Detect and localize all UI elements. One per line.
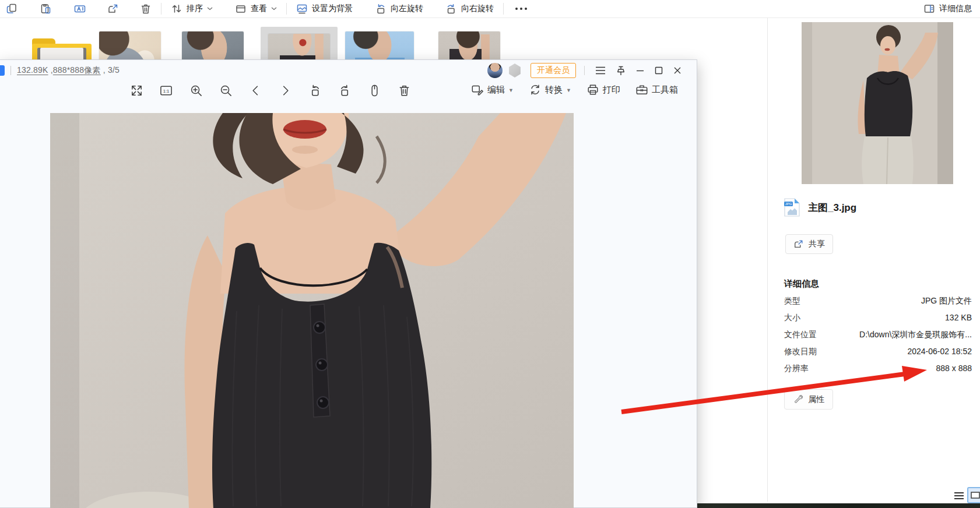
open-vip-button[interactable]: 开通会员: [531, 63, 576, 78]
viewer-titlebar: 132.89K ,888*888像素 , 3/5 开通会员: [0, 60, 697, 81]
convert-button[interactable]: 转换 ▼: [529, 83, 571, 96]
view-button[interactable]: 查看: [231, 1, 280, 16]
share-button[interactable]: 共享: [785, 234, 833, 254]
file-badge-label: JPG: [785, 202, 792, 206]
toolbox-icon: [635, 83, 648, 96]
jpg-file-icon: JPG: [784, 198, 800, 217]
file-name: 主图_3.jpg: [808, 201, 856, 214]
explorer-toolbar: 排序 查看 设置为背景 向左旋转 向右旋转 详细信息: [0, 0, 980, 18]
next-image-button[interactable]: [278, 83, 292, 97]
details-toggle-button[interactable]: 详细信息: [920, 1, 975, 16]
copy-button[interactable]: [2, 1, 21, 16]
caret-down-icon: ▼: [508, 87, 514, 93]
file-size-link[interactable]: 132.89K: [17, 65, 48, 75]
toolbox-button[interactable]: 工具箱: [635, 83, 678, 96]
delete-button[interactable]: [136, 1, 155, 16]
taskbar-strip: [697, 503, 980, 508]
toolbox-label: 工具箱: [652, 84, 678, 96]
detail-label: 大小: [784, 313, 800, 322]
zoom-out-button[interactable]: [219, 83, 233, 97]
close-button[interactable]: [673, 66, 682, 75]
detail-label: 分辨率: [784, 364, 809, 373]
detail-value: 2024-06-02 18:52: [907, 347, 972, 356]
rotate-right-button[interactable]: 向右旋转: [442, 1, 497, 16]
delete-image-button[interactable]: [397, 83, 411, 97]
rename-button[interactable]: [70, 1, 90, 16]
share-icon: [793, 239, 804, 249]
app-logo-icon: [0, 65, 5, 76]
member-badge-icon: [508, 63, 521, 77]
rotate-left-icon: [375, 3, 387, 15]
rotate-left-button[interactable]: 向左旋转: [371, 1, 427, 16]
rotate-right-label: 向右旋转: [461, 3, 494, 14]
share-file-icon: [107, 3, 119, 15]
detail-value: 888 x 888: [936, 364, 972, 373]
minimize-button[interactable]: [636, 66, 644, 75]
chevron-down-icon: [271, 7, 277, 10]
detail-label: 文件位置: [784, 330, 817, 339]
paste-icon: [40, 3, 51, 15]
viewer-toolbar-left: 1:1: [129, 83, 411, 97]
menu-icon[interactable]: [595, 66, 606, 75]
sort-button[interactable]: 排序: [167, 1, 216, 16]
detail-row-type: 类型 JPG 图片文件: [784, 296, 972, 308]
image-info-text: 132.89K ,888*888像素 , 3/5: [17, 65, 120, 76]
caret-down-icon: ▼: [566, 87, 571, 93]
thumbnail-view-toggle[interactable]: [967, 487, 980, 503]
details-section-title: 详细信息: [784, 278, 819, 290]
print-icon: [586, 83, 599, 96]
detail-row-resolution: 分辨率 888 x 888: [784, 364, 972, 375]
detail-row-location: 文件位置 D:\down\深圳市金曼琪服饰有...: [784, 330, 972, 341]
detail-label: 修改日期: [784, 347, 817, 356]
actual-size-label: 1:1: [163, 88, 170, 93]
delete-icon: [140, 3, 152, 15]
user-avatar[interactable]: [487, 63, 503, 78]
fullscreen-button[interactable]: [129, 83, 143, 97]
set-background-button[interactable]: 设置为背景: [293, 1, 356, 16]
rotate-right-button-viewer[interactable]: [338, 83, 352, 97]
set-background-icon: [296, 3, 308, 15]
detail-value: D:\down\深圳市金曼琪服饰有...: [859, 330, 972, 340]
set-background-label: 设置为背景: [312, 3, 353, 14]
mouse-mode-button[interactable]: [367, 83, 381, 97]
preview-image: [802, 22, 953, 184]
toolbar-divider: [503, 3, 504, 15]
dimensions-link[interactable]: 888*888像素: [53, 65, 101, 75]
list-view-toggle[interactable]: [952, 490, 966, 502]
share-file-button[interactable]: [104, 1, 122, 16]
image-viewer-window: 132.89K ,888*888像素 , 3/5 开通会员 1:1: [0, 59, 697, 508]
convert-label: 转换: [545, 84, 563, 96]
edit-label: 编辑: [487, 84, 505, 96]
pin-icon[interactable]: [616, 66, 626, 76]
toolbar-divider: [286, 3, 287, 15]
detail-value: 132 KB: [945, 313, 972, 322]
properties-button[interactable]: 属性: [784, 389, 833, 410]
details-toggle-label: 详细信息: [939, 3, 972, 14]
paste-button[interactable]: [36, 1, 55, 16]
maximize-button[interactable]: [655, 66, 663, 75]
print-button[interactable]: 打印: [586, 83, 620, 96]
print-label: 打印: [603, 84, 620, 96]
view-label: 查看: [251, 3, 267, 14]
chevron-down-icon: [207, 7, 213, 10]
edit-button[interactable]: 编辑 ▼: [471, 83, 514, 96]
rotate-left-label: 向左旋转: [391, 3, 423, 14]
detail-label: 类型: [784, 296, 800, 305]
actual-size-button[interactable]: 1:1: [159, 83, 173, 97]
previous-image-button[interactable]: [248, 83, 262, 97]
edit-icon: [471, 83, 484, 96]
view-icon: [235, 3, 247, 15]
properties-label: 属性: [808, 394, 824, 405]
panel-divider: [767, 18, 768, 502]
convert-icon: [529, 83, 542, 96]
thumbnail-view-icon: [971, 492, 980, 499]
rotate-left-button-viewer[interactable]: [308, 83, 322, 97]
detail-value: JPG 图片文件: [921, 296, 972, 306]
main-image[interactable]: [50, 113, 574, 508]
details-panel-icon: [923, 3, 935, 15]
detail-row-size: 大小 132 KB: [784, 313, 972, 324]
more-options-button[interactable]: [510, 8, 533, 10]
share-label: 共享: [809, 239, 825, 249]
zoom-in-button[interactable]: [189, 83, 203, 97]
rotate-right-icon: [445, 3, 457, 15]
